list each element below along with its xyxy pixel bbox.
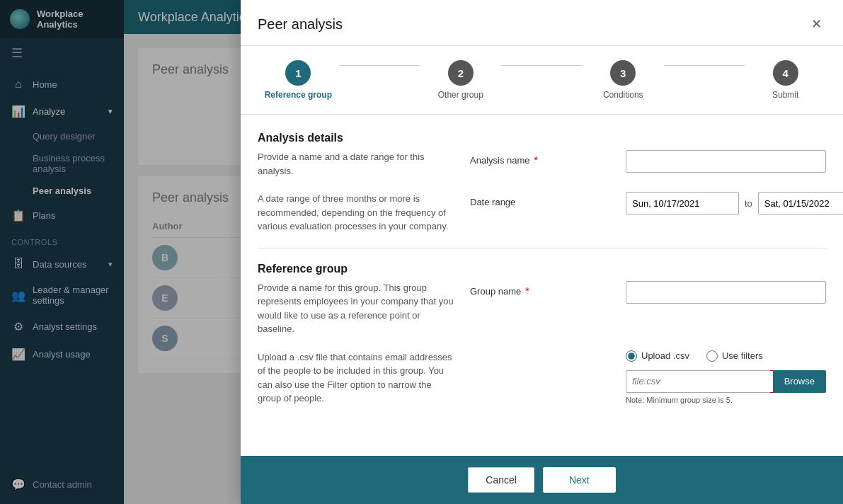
upload-radio-group: Upload .csv Use filters (626, 350, 826, 362)
analysis-details-title: Analysis details (258, 132, 826, 144)
analysis-name-label-col: Analysis name * (470, 150, 612, 166)
group-name-label: Group name (470, 286, 521, 297)
analysis-name-desc-text: Provide a name and a date range for this… (258, 150, 456, 178)
reference-group-title: Reference group (258, 263, 826, 275)
date-range-input-col: to (626, 192, 843, 214)
group-name-desc-text: Provide a name for this group. This grou… (258, 281, 456, 336)
group-name-input[interactable] (626, 281, 826, 304)
step-1-circle: 1 (285, 60, 311, 86)
group-name-required: * (525, 285, 529, 297)
group-name-description: Provide a name for this group. This grou… (258, 281, 456, 336)
date-range-label-col: Date range (470, 192, 612, 207)
upload-description: Upload a .csv file that contains email a… (258, 350, 456, 406)
step-line-2 (501, 65, 583, 66)
file-csv-input[interactable] (626, 370, 770, 393)
upload-row: Upload a .csv file that contains email a… (258, 350, 826, 406)
step-reference-group: 1 Reference group (258, 60, 339, 100)
modal-title: Peer analysis (258, 16, 343, 33)
next-button[interactable]: Next (543, 467, 616, 493)
date-range-description: A date range of three months or more is … (258, 192, 456, 234)
step-conditions: 3 Conditions (583, 60, 664, 100)
modal-footer: Cancel Next (241, 456, 843, 504)
browse-button[interactable]: Browse (773, 370, 826, 393)
step-2-circle: 2 (448, 60, 474, 86)
analysis-name-label: Analysis name (470, 155, 530, 166)
upload-input-col: Upload .csv Use filters Browse Note: Min… (626, 350, 826, 404)
step-submit: 4 Submit (745, 60, 826, 100)
step-2-label: Other group (438, 90, 483, 100)
analysis-name-input[interactable] (626, 150, 826, 173)
radio-use-filters-label: Use filters (722, 350, 763, 361)
analysis-name-input-col (626, 150, 826, 173)
step-4-label: Submit (772, 90, 798, 100)
step-line-1 (339, 65, 420, 66)
group-size-note: Note: Minimum group size is 5. (626, 396, 826, 404)
modal-body: Analysis details Provide a name and a da… (241, 115, 843, 456)
radio-use-filters[interactable] (706, 350, 718, 362)
step-other-group: 2 Other group (420, 60, 501, 100)
stepper: 1 Reference group 2 Other group 3 Condit… (241, 46, 843, 115)
analysis-name-description: Provide a name and a date range for this… (258, 150, 456, 178)
radio-upload-label[interactable]: Upload .csv (626, 350, 689, 362)
date-range-desc-text: A date range of three months or more is … (258, 192, 456, 234)
radio-filter-label[interactable]: Use filters (706, 350, 763, 362)
radio-upload-csv[interactable] (626, 350, 637, 362)
radio-upload-csv-label: Upload .csv (641, 350, 689, 361)
file-input-row: Browse (626, 370, 826, 393)
date-from-input[interactable] (626, 192, 739, 214)
upload-label-col (470, 350, 612, 355)
modal-close-button[interactable]: ✕ (806, 14, 826, 34)
cancel-button[interactable]: Cancel (468, 467, 534, 493)
step-3-circle: 3 (610, 60, 636, 86)
group-name-input-col (626, 281, 826, 304)
section-divider (258, 248, 826, 248)
peer-analysis-modal: Peer analysis ✕ 1 Reference group 2 Othe… (241, 0, 843, 504)
step-1-label: Reference group (265, 90, 332, 100)
analysis-name-row: Provide a name and a date range for this… (258, 150, 826, 178)
modal-header: Peer analysis ✕ (241, 0, 843, 46)
analysis-name-required: * (534, 154, 537, 166)
upload-desc-text: Upload a .csv file that contains email a… (258, 350, 456, 406)
date-to-input[interactable] (758, 192, 843, 214)
step-4-circle: 4 (773, 60, 798, 86)
step-3-label: Conditions (603, 90, 643, 100)
date-to-label: to (745, 198, 752, 209)
group-name-row: Provide a name for this group. This grou… (258, 281, 826, 336)
group-name-label-col: Group name * (470, 281, 612, 297)
step-line-3 (664, 65, 745, 66)
date-range-row: A date range of three months or more is … (258, 192, 826, 234)
date-range-label: Date range (470, 197, 515, 207)
